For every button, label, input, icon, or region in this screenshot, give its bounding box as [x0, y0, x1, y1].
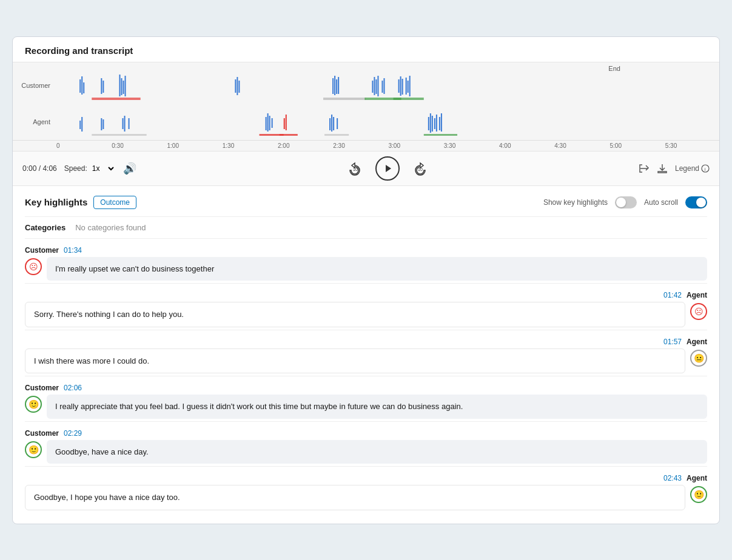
svg-rect-40: [266, 117, 267, 130]
bubble-agent-3: Goodbye, I hope you have a nice day too.: [25, 485, 685, 510]
bubble-customer-1: I'm really upset we can't do business to…: [47, 257, 707, 281]
svg-rect-4: [102, 81, 104, 93]
svg-rect-12: [238, 81, 240, 93]
sentiment-icon-customer-1: ☹: [25, 258, 42, 275]
svg-rect-6: [121, 78, 122, 95]
sentiment-icon-customer-3: 🙂: [25, 441, 42, 458]
svg-rect-1: [81, 76, 82, 95]
svg-rect-31: [394, 98, 424, 100]
speed-control: Speed: 1x1.5x2x: [64, 164, 116, 173]
outcome-tab[interactable]: Outcome: [93, 196, 136, 209]
svg-rect-13: [332, 78, 334, 94]
bubble-agent-1: Sorry. There's nothing I can do to help …: [25, 302, 685, 327]
auto-scroll-toggle[interactable]: [685, 196, 707, 208]
divider-3: [25, 376, 707, 376]
tick-130: 1:30: [221, 141, 277, 151]
recording-section: End Customer: [13, 62, 719, 186]
legend-label: Legend: [675, 164, 699, 173]
highlights-section: Key highlights Outcome Show key highligh…: [13, 186, 719, 524]
tick-330: 3:30: [443, 141, 498, 151]
show-key-highlights-toggle[interactable]: [615, 196, 637, 208]
svg-rect-56: [434, 118, 435, 129]
svg-rect-3: [101, 78, 102, 94]
categories-empty: No categories found: [75, 223, 146, 232]
speaker-header-agent-1: 01:42 Agent: [25, 291, 707, 299]
svg-rect-20: [375, 79, 377, 94]
agent-waveform[interactable]: [55, 104, 719, 140]
tick-530: 5:30: [664, 141, 719, 151]
tick-0: 0: [55, 141, 110, 151]
svg-rect-57: [436, 115, 437, 132]
show-key-highlights-thumb: [616, 198, 626, 207]
customer-waveform[interactable]: [55, 67, 719, 104]
speaker-time-agent-1[interactable]: 01:42: [663, 291, 682, 299]
svg-rect-60: [424, 134, 457, 136]
speaker-time-agent-2[interactable]: 01:57: [663, 338, 682, 346]
bubble-customer-2: I really appreciate that you feel bad. I…: [47, 395, 707, 419]
legend-button[interactable]: Legend i: [675, 164, 710, 173]
svg-rect-15: [336, 79, 337, 94]
svg-rect-21: [377, 76, 378, 96]
speaker-header-agent-3: 02:43 Agent: [25, 474, 707, 482]
rewind-button[interactable]: 10: [344, 158, 366, 179]
share-button[interactable]: [639, 163, 650, 174]
svg-rect-26: [400, 76, 401, 96]
svg-rect-45: [284, 118, 285, 129]
message-row-customer-2: 🙂 I really appreciate that you feel bad.…: [25, 395, 707, 419]
speaker-name-customer-2: Customer: [25, 384, 59, 392]
divider-1: [25, 283, 707, 284]
auto-scroll-thumb: [696, 198, 706, 207]
speaker-name-customer-1: Customer: [25, 246, 59, 255]
sentiment-icon-agent-2: 😐: [690, 350, 707, 367]
bubble-agent-2: I wish there was more I could do.: [25, 348, 685, 374]
svg-rect-42: [269, 116, 270, 130]
svg-rect-52: [324, 134, 349, 136]
play-button[interactable]: [375, 156, 400, 181]
speaker-time-agent-3[interactable]: 02:43: [663, 474, 682, 482]
sentiment-icon-agent-3: 🙂: [690, 486, 707, 503]
svg-rect-16: [338, 77, 339, 94]
svg-rect-53: [428, 117, 429, 130]
message-row-customer-3: 🙂 Goodbye, have a nice day.: [25, 440, 707, 464]
speaker-time-customer-3[interactable]: 02:29: [64, 429, 82, 438]
categories-row: Categories No categories found: [25, 217, 707, 239]
highlights-header: Key highlights Outcome Show key highligh…: [25, 186, 707, 217]
svg-rect-51: [337, 118, 338, 129]
speaker-time-customer-1[interactable]: 01:34: [64, 246, 82, 255]
svg-rect-5: [119, 75, 120, 96]
volume-button[interactable]: 🔊: [123, 162, 136, 175]
svg-rect-55: [432, 116, 433, 132]
svg-rect-34: [101, 118, 102, 130]
tick-030: 0:30: [110, 141, 166, 151]
svg-rect-28: [406, 78, 407, 95]
highlights-title: Key highlights: [25, 197, 87, 207]
time-axis: 0 0:30 1:00 1:30 2:00 2:30 3:00 3:30 4:0…: [13, 140, 719, 151]
download-button[interactable]: [657, 163, 668, 174]
message-row-agent-1: ☹ Sorry. There's nothing I can do to hel…: [25, 302, 707, 327]
speaker-name-agent-2: Agent: [687, 338, 707, 346]
svg-rect-10: [235, 79, 236, 93]
divider-5: [25, 466, 707, 467]
message-row-customer-1: ☹ I'm really upset we can't do business …: [25, 257, 707, 281]
forward-button[interactable]: 10: [409, 158, 431, 179]
svg-text:10: 10: [418, 167, 423, 172]
svg-rect-19: [374, 77, 375, 95]
speaker-header-agent-2: 01:57 Agent: [25, 338, 707, 346]
highlights-controls: Show key highlights Auto scroll: [543, 196, 707, 208]
customer-waveform-svg: [55, 67, 719, 104]
controls-bar: 0:00 / 4:06 Speed: 1x1.5x2x 🔊 10: [13, 151, 719, 186]
svg-rect-38: [129, 118, 130, 129]
speed-select[interactable]: 1x1.5x2x: [90, 164, 116, 173]
svg-rect-29: [408, 81, 409, 93]
svg-text:10: 10: [353, 167, 358, 172]
svg-rect-48: [329, 118, 331, 130]
speaker-header-customer-3: Customer 02:29: [25, 429, 707, 438]
svg-rect-8: [125, 76, 126, 96]
svg-rect-41: [267, 113, 269, 132]
svg-rect-25: [398, 79, 400, 93]
speaker-name-agent-3: Agent: [687, 474, 707, 482]
customer-track: Customer: [13, 67, 719, 104]
speaker-time-customer-2[interactable]: 02:06: [64, 384, 82, 392]
agent-track: Agent: [13, 104, 719, 140]
agent-waveform-svg: [55, 104, 719, 140]
